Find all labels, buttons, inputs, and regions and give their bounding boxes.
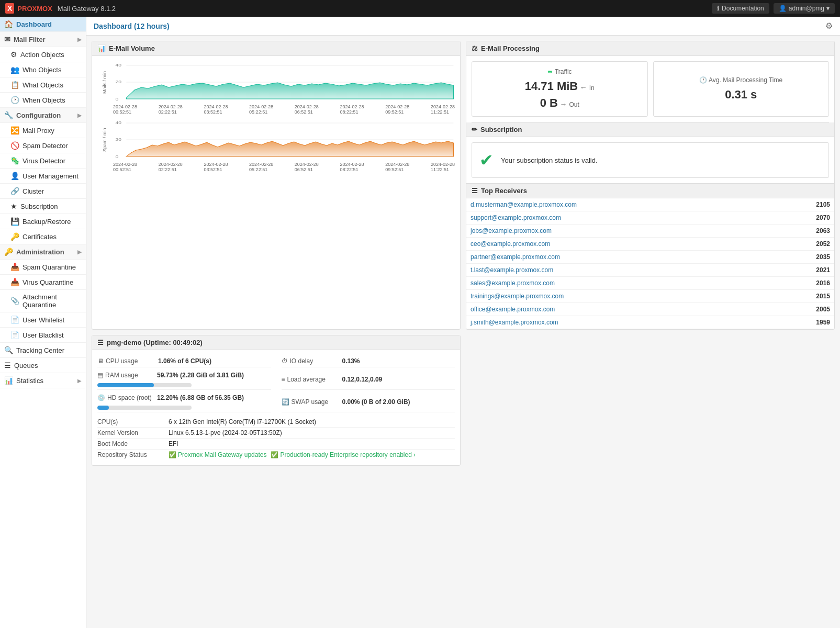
receiver-count: 2063: [816, 227, 830, 234]
sidebar-item-configuration[interactable]: 🔧 Configuration ▶: [0, 108, 86, 123]
subscription-icon: ✏: [472, 126, 477, 133]
whitelist-icon: 📄: [10, 316, 19, 324]
sidebar: 🏠 Dashboard ✉ Mail Filter ▶ ⚙ Action Obj…: [0, 17, 86, 628]
swap-icon: 🔄: [282, 398, 289, 406]
receiver-row: jobs@example.proxmox.com2063: [466, 225, 834, 238]
receiver-email: j.smith@example.proxmox.com: [471, 319, 558, 326]
sidebar-item-user-management[interactable]: 👤 User Management: [0, 169, 86, 184]
top-receivers-list: d.musterman@example.proxmox.com2105suppo…: [466, 198, 834, 329]
sidebar-item-action-objects[interactable]: ⚙ Action Objects: [0, 47, 86, 62]
info-icon: ℹ: [717, 5, 720, 12]
receiver-count: 2105: [816, 201, 830, 208]
sidebar-item-attachment-quarantine[interactable]: 📎 Attachment Quarantine: [0, 290, 86, 312]
email-volume-body: Mails / min: [92, 56, 460, 177]
boot-row: Boot Mode EFI: [97, 439, 455, 450]
topbar-right: ℹ Documentation 👤 admin@pmg ▾: [712, 3, 835, 14]
receiver-row: t.last@example.proxmox.com2021: [466, 264, 834, 277]
dashboard-body: 📊 E-Mail Volume Mails / min: [86, 36, 840, 471]
ram-progress-bar: [97, 383, 192, 387]
svg-text:20: 20: [116, 80, 122, 84]
attach-q-icon: 📎: [10, 297, 19, 305]
receiver-count: 2005: [816, 306, 830, 313]
receiver-count: 2021: [816, 266, 830, 274]
subscription-check-icon: ✔: [479, 150, 494, 170]
topbar: X PROXMOX Mail Gateway 8.1.2 ℹ Documenta…: [0, 0, 840, 17]
mails-yaxis-label: Mails / min: [97, 61, 112, 103]
traffic-icon: ⬌: [547, 68, 553, 75]
email-processing-header: ⚖ E-Mail Processing: [466, 41, 834, 56]
sidebar-item-backup-restore[interactable]: 💾 Backup/Restore: [0, 214, 86, 229]
io-row: ⏱ IO delay 0.13%: [282, 355, 455, 367]
config-expand-icon: ▶: [77, 113, 82, 118]
sidebar-item-dashboard[interactable]: 🏠 Dashboard: [0, 17, 86, 32]
top-receivers-header: ☰ Top Receivers: [466, 184, 834, 198]
proxmox-text: PROXMOX: [17, 5, 52, 13]
receivers-icon: ☰: [472, 187, 478, 195]
sidebar-item-statistics[interactable]: 📊 Statistics ▶: [0, 373, 86, 388]
load-row: ≡ Load average 0.12,0.12,0.09: [282, 369, 455, 390]
receiver-email: support@example.proxmox.com: [471, 214, 561, 221]
mails-xaxis: 2024-02-2800:52:51 2024-02-2802:22:51 20…: [113, 104, 455, 115]
check2-icon: ✅: [271, 451, 278, 458]
receiver-count: 2015: [816, 293, 830, 300]
action-icon: ⚙: [10, 50, 17, 59]
cpu-value: 1.06% of 6 CPU(s): [158, 357, 211, 365]
receiver-count: 1959: [816, 319, 830, 326]
sidebar-item-spam-quarantine[interactable]: 📥 Spam Quarantine: [0, 260, 86, 275]
chevron-down-icon: ▾: [826, 5, 830, 12]
admin-button[interactable]: 👤 admin@pmg ▾: [774, 3, 835, 14]
sidebar-item-administration[interactable]: 🔑 Administration ▶: [0, 244, 86, 260]
email-volume-card: 📊 E-Mail Volume Mails / min: [92, 41, 461, 330]
sidebar-item-subscription[interactable]: ★ Subscription: [0, 199, 86, 214]
node-details: CPU(s) 6 x 12th Gen Intel(R) Core(TM) i7…: [97, 417, 455, 460]
receiver-row: sales@example.proxmox.com2016: [466, 277, 834, 290]
svg-text:0: 0: [116, 97, 119, 102]
sidebar-item-certificates[interactable]: 🔑 Certificates: [0, 229, 86, 244]
settings-button[interactable]: ⚙: [825, 21, 833, 31]
load-value: 0.12,0.12,0.09: [342, 376, 383, 383]
blacklist-icon: 📄: [10, 331, 19, 339]
ram-row: ▤ RAM usage 59.73% (2.28 GiB of 3.81 GiB…: [97, 369, 271, 390]
traffic-title: ⬌ Traffic: [478, 68, 641, 75]
receiver-email: d.musterman@example.proxmox.com: [471, 201, 577, 208]
svg-text:0: 0: [116, 154, 119, 159]
who-icon: 👥: [10, 65, 19, 74]
sidebar-item-virus-detector[interactable]: 🦠 Virus Detector: [0, 153, 86, 169]
sidebar-item-what-objects[interactable]: 📋 What Objects: [0, 77, 86, 93]
sidebar-item-user-whitelist[interactable]: 📄 User Whitelist: [0, 312, 86, 328]
email-volume-icon: 📊: [97, 44, 106, 52]
chevron-right-icon: ›: [413, 451, 416, 458]
out-traffic: 0 B → Out: [478, 96, 641, 110]
receiver-email: ceo@example.proxmox.com: [471, 240, 550, 248]
hd-value: 12.20% (6.88 GB of 56.35 GB): [157, 394, 244, 401]
config-icon: 🔧: [4, 111, 13, 119]
documentation-button[interactable]: ℹ Documentation: [712, 3, 769, 14]
receiver-email: trainings@example.proxmox.com: [471, 293, 564, 300]
receiver-email: partner@example.proxmox.com: [471, 253, 560, 261]
expand-icon: ▶: [77, 37, 82, 42]
users-icon: 👤: [10, 172, 19, 180]
in-traffic: 14.71 MiB ← In: [478, 80, 641, 93]
sidebar-item-spam-detector[interactable]: 🚫 Spam Detector: [0, 138, 86, 153]
sidebar-item-tracking-center[interactable]: 🔍 Tracking Center: [0, 343, 86, 358]
cert-icon: 🔑: [10, 232, 19, 241]
sidebar-item-queues[interactable]: ☰ Queues: [0, 358, 86, 373]
ram-value: 59.73% (2.28 GiB of 3.81 GiB): [157, 372, 244, 379]
cpu-icon: 🖥: [97, 357, 104, 365]
spam-q-icon: 📥: [10, 263, 19, 271]
io-label: ⏱ IO delay: [282, 357, 339, 365]
sidebar-item-who-objects[interactable]: 👥 Who Objects: [0, 62, 86, 77]
sidebar-item-when-objects[interactable]: 🕐 When Objects: [0, 93, 86, 108]
queues-icon: ☰: [4, 361, 11, 369]
virus-icon: 🦠: [10, 156, 19, 165]
subscription-body: ✔ Your subscription status is valid.: [466, 137, 834, 183]
sidebar-item-mail-filter[interactable]: ✉ Mail Filter ▶: [0, 32, 86, 47]
tracking-icon: 🔍: [4, 346, 13, 354]
repo-row: Repository Status ✅ Proxmox Mail Gateway…: [97, 450, 455, 460]
sidebar-item-mail-proxy[interactable]: 🔀 Mail Proxy: [0, 123, 86, 138]
sidebar-item-cluster[interactable]: 🔗 Cluster: [0, 184, 86, 199]
processing-grid: ⬌ Traffic 14.71 MiB ← In 0 B →: [472, 61, 829, 117]
avg-processing-box: 🕐 Avg. Mail Processing Time 0.31 s: [653, 61, 830, 117]
sidebar-item-virus-quarantine[interactable]: 📥 Virus Quarantine: [0, 275, 86, 290]
sidebar-item-user-blacklist[interactable]: 📄 User Blacklist: [0, 328, 86, 343]
